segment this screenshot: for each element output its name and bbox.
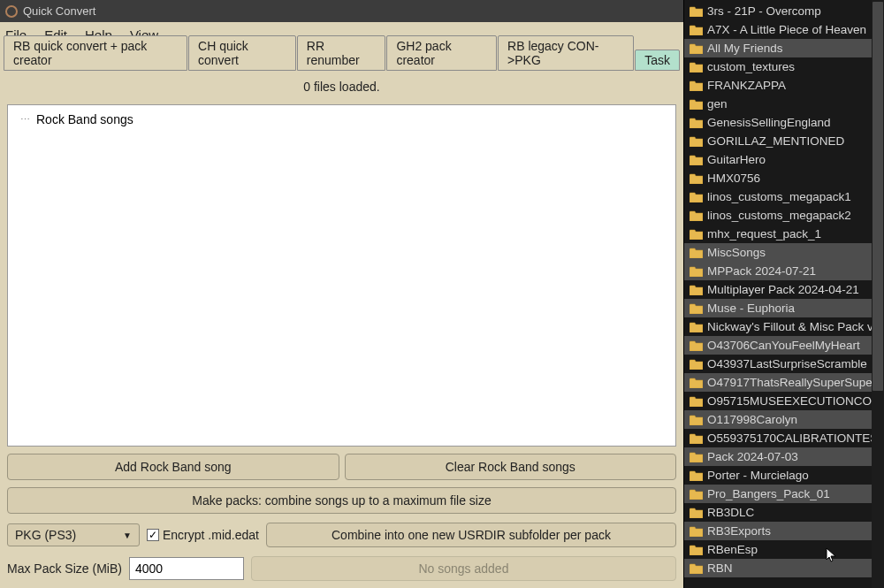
folder-icon [690, 43, 703, 54]
folder-icon [690, 526, 703, 537]
folder-label: GuitarHero [707, 153, 766, 166]
button-row-2: Make packs: combine songs up to a maximu… [7, 487, 676, 514]
folder-item[interactable]: O43706CanYouFeelMyHeart [684, 336, 884, 355]
folder-label: Multiplayer Pack 2024-04-21 [707, 283, 859, 296]
clear-songs-button[interactable]: Clear Rock Band songs [345, 454, 677, 480]
folder-label: HMX0756 [707, 172, 760, 185]
maxpack-input[interactable] [129, 557, 244, 580]
folder-icon [690, 25, 703, 35]
folder-label: RBenEsp [707, 543, 758, 556]
tree-expand-icon[interactable]: ⋯ [20, 114, 31, 126]
folder-label: O95715MUSEEXECUTIONCOMMENTA [707, 394, 884, 408]
folder-item[interactable]: GuitarHero [684, 150, 884, 169]
folder-icon [690, 210, 703, 221]
folder-icon [690, 99, 703, 110]
tab-rr-renumber[interactable]: RR renumber [297, 35, 386, 71]
files-loaded-label: 0 files loaded. [7, 71, 676, 104]
folder-icon [690, 118, 703, 128]
folder-item[interactable]: linos_customs_megapack1 [684, 187, 884, 206]
folder-item[interactable]: HMX0756 [684, 169, 884, 187]
folder-icon [690, 433, 703, 444]
folder-item[interactable]: O95715MUSEEXECUTIONCOMMENTA [684, 392, 884, 410]
app-icon [5, 5, 18, 18]
checkbox-check-icon: ✓ [147, 529, 159, 541]
folder-item[interactable]: RBN [684, 559, 884, 577]
folder-label: GORILLAZ_MENTIONED [707, 134, 844, 148]
folder-icon [690, 415, 703, 425]
folder-item[interactable]: O47917ThatsReallySuperSuper [684, 373, 884, 392]
folder-item[interactable]: RBenEsp [684, 540, 884, 559]
tab-gh2-pack-creator[interactable]: GH2 pack creator [386, 35, 497, 71]
folder-list: 3rs - 21P - OvercompA7X - A Little Piece… [684, 0, 884, 579]
folder-label: RBN [707, 561, 733, 575]
controls-row: PKG (PS3) ▼ ✓ Encrypt .mid.edat Combine … [7, 523, 676, 547]
tab-rb-legacy-con-pkg[interactable]: RB legacy CON->PKG [498, 35, 634, 71]
folder-item[interactable]: O117998Carolyn [684, 410, 884, 429]
content-area: 0 files loaded. ⋯ Rock Band songs Add Ro… [0, 71, 683, 588]
folder-label: Muse - Euphoria [707, 302, 795, 315]
folder-item[interactable]: Pro_Bangers_Pack_01 [684, 485, 884, 503]
folder-label: 3rs - 21P - Overcomp [707, 4, 821, 18]
folder-icon [690, 248, 703, 258]
folder-icon [690, 155, 703, 165]
folder-icon [690, 452, 703, 462]
folder-label: O43706CanYouFeelMyHeart [707, 339, 860, 352]
song-tree[interactable]: ⋯ Rock Band songs [7, 104, 676, 447]
scrollbar-thumb[interactable] [873, 2, 883, 391]
folder-item[interactable]: GenesisSellingEngland [684, 113, 884, 132]
add-song-button[interactable]: Add Rock Band song [7, 454, 339, 480]
folder-label: linos_customs_megapack1 [707, 190, 851, 203]
folder-item[interactable]: A7X - A Little Piece of Heaven [684, 20, 884, 39]
folder-item[interactable]: O559375170CALIBRATIONTESTCH [684, 429, 884, 447]
format-select[interactable]: PKG (PS3) ▼ [7, 523, 140, 546]
window-title: Quick Convert [23, 4, 95, 18]
folder-label: RB3DLC [707, 506, 754, 519]
button-row-1: Add Rock Band song Clear Rock Band songs [7, 454, 676, 480]
folder-item[interactable]: All My Friends [684, 39, 884, 57]
tree-root-item[interactable]: ⋯ Rock Band songs [20, 112, 663, 126]
folder-item[interactable]: RB3DLC [684, 503, 884, 522]
folder-icon [690, 508, 703, 518]
title-bar[interactable]: Quick Convert [0, 0, 683, 22]
folder-item[interactable]: Porter - Murcielago [684, 466, 884, 485]
folder-item[interactable]: mhx_request_pack_1 [684, 225, 884, 243]
folder-item[interactable]: linos_customs_megapack2 [684, 206, 884, 225]
folder-label: RB3Exports [707, 524, 771, 538]
folder-item[interactable]: MiscSongs [684, 243, 884, 262]
folder-item[interactable]: MPPack 2024-07-21 [684, 262, 884, 280]
encrypt-checkbox[interactable]: ✓ Encrypt .mid.edat [147, 528, 259, 542]
scrollbar-track[interactable] [872, 0, 884, 588]
folder-icon [690, 136, 703, 147]
folder-item[interactable]: FRANKZAPPA [684, 76, 884, 95]
folder-icon [690, 6, 703, 17]
folder-label: GenesisSellingEngland [707, 116, 831, 129]
folder-panel: 3rs - 21P - OvercompA7X - A Little Piece… [683, 0, 884, 588]
combine-button[interactable]: Combine into one new USRDIR subfolder pe… [266, 523, 676, 547]
folder-icon [690, 229, 703, 240]
folder-item[interactable]: Nickway's Fillout & Misc Pack v2 [684, 317, 884, 336]
folder-item[interactable]: GORILLAZ_MENTIONED [684, 132, 884, 150]
folder-item[interactable]: O43937LastSurpriseScramble [684, 355, 884, 373]
folder-label: FRANKZAPPA [707, 79, 786, 92]
folder-item[interactable]: 3rs - 21P - Overcomp [684, 2, 884, 20]
folder-label: mhx_request_pack_1 [707, 227, 821, 241]
folder-label: A7X - A Little Piece of Heaven [707, 23, 866, 36]
folder-label: custom_textures [707, 60, 795, 73]
folder-icon [690, 173, 703, 184]
folder-label: Pack 2024-07-03 [707, 450, 798, 463]
folder-item[interactable]: Multiplayer Pack 2024-04-21 [684, 280, 884, 299]
folder-item[interactable]: RB3Exports [684, 522, 884, 540]
tab-task[interactable]: Task [635, 50, 680, 71]
folder-icon [690, 266, 703, 277]
tab-ch-quick-convert[interactable]: CH quick convert [188, 35, 296, 71]
folder-label: O559375170CALIBRATIONTESTCH [707, 431, 884, 445]
folder-item[interactable]: Muse - Euphoria [684, 299, 884, 317]
folder-label: O117998Carolyn [707, 413, 797, 426]
folder-item[interactable]: custom_textures [684, 57, 884, 76]
tab-rb-quick-convert[interactable]: RB quick convert + pack creator [4, 35, 187, 71]
folder-label: Pro_Bangers_Pack_01 [707, 487, 830, 500]
folder-item[interactable]: gen [684, 95, 884, 113]
no-songs-button: No songs added [251, 556, 676, 581]
make-packs-button[interactable]: Make packs: combine songs up to a maximu… [7, 487, 676, 514]
folder-item[interactable]: Pack 2024-07-03 [684, 447, 884, 466]
